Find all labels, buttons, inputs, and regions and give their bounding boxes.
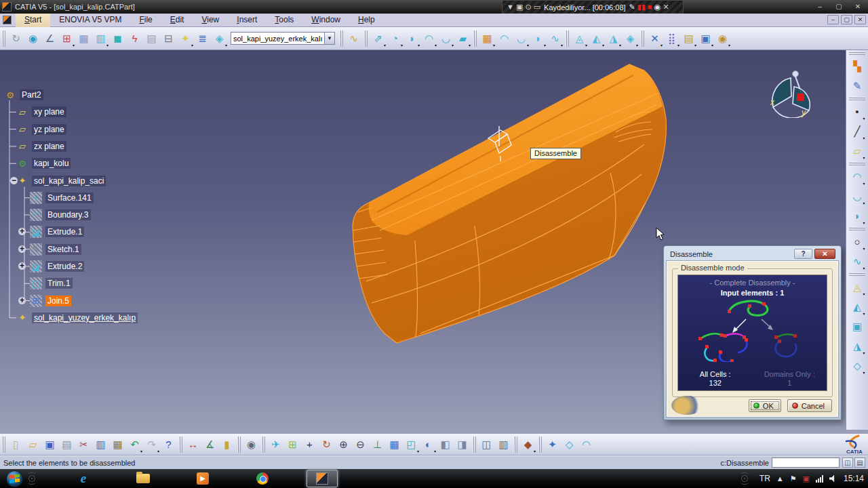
tree-item-boundary-3[interactable]: ◠Boundary.3 <box>0 209 91 221</box>
tree-item-label[interactable]: Surface.141 <box>45 192 94 203</box>
tree-item-label[interactable]: sol_kapi_yuzey_erkek_kalıp <box>32 312 138 323</box>
dialog-help-button[interactable]: ? <box>794 249 812 259</box>
toolbar-handle[interactable] <box>473 436 476 453</box>
power-input-field[interactable] <box>772 458 840 468</box>
projection-icon[interactable]: ▦▾ <box>479 30 495 47</box>
toolbar-handle[interactable] <box>364 30 368 47</box>
combine-icon[interactable]: ◠ <box>496 30 512 47</box>
multi-section-icon[interactable]: ◡▾ <box>850 188 865 205</box>
recorder-zoom-icon[interactable]: ⊙ <box>525 3 531 11</box>
language-indicator[interactable]: TR <box>760 474 770 483</box>
revolve-surface-icon[interactable]: ◔▾ <box>387 30 403 47</box>
tree-item-label[interactable]: yz plane <box>32 124 66 135</box>
shape-icon[interactable]: ◈▾ <box>212 30 227 47</box>
tree-item-label[interactable]: zx plane <box>32 141 66 152</box>
menu-edit[interactable]: Edit <box>161 14 193 27</box>
dialog-title-bar[interactable]: Disassemble ? ✕ <box>667 247 838 261</box>
restore-icon[interactable]: ▢ <box>831 1 846 12</box>
blend-surface-icon[interactable]: ▰▾ <box>455 30 471 47</box>
curve-smooth-icon[interactable]: ◮▾ <box>606 30 621 47</box>
open-icon[interactable]: ▱ <box>25 436 41 453</box>
recorder-stop-icon[interactable]: ■ <box>648 3 652 11</box>
working-set-input[interactable] <box>231 32 324 45</box>
toolbar-handle[interactable] <box>340 30 343 47</box>
ok-button[interactable]: OK <box>749 399 781 412</box>
minimize-icon[interactable]: – <box>812 1 827 12</box>
dialog-close-button[interactable]: ✕ <box>814 249 835 259</box>
post-it-icon[interactable]: ✦▾ <box>178 30 193 47</box>
tree-expander-icon[interactable]: + <box>18 297 26 304</box>
tree-item-label[interactable]: Extrude.2 <box>45 261 84 272</box>
cancel-button[interactable]: Cancel <box>787 399 832 412</box>
line-icon[interactable]: ╱▾ <box>850 123 865 140</box>
3d-viewport[interactable]: ⚙Part2▱xy plane▱yz plane▱zx plane⚙kapı_k… <box>0 50 846 434</box>
fit-all-icon[interactable]: ⊞ <box>285 436 300 453</box>
tree-expand-icon[interactable]: ⊟ <box>161 30 176 47</box>
sweep-surface-icon[interactable]: ◠▾ <box>421 30 437 47</box>
part-design-icon[interactable]: ▚ <box>850 58 865 75</box>
clock[interactable]: 15:14 <box>844 474 864 483</box>
toolbar-handle[interactable] <box>262 436 265 453</box>
start-button[interactable] <box>6 470 23 487</box>
toolbar-handle[interactable] <box>179 436 182 453</box>
recorder-camera-icon[interactable]: ◉ <box>654 3 661 11</box>
toolbar-handle[interactable] <box>849 272 865 276</box>
mdi-minimize-icon[interactable]: – <box>827 15 839 24</box>
toolbar-handle[interactable] <box>641 30 644 47</box>
tree-item-sol-kapi-yuzey-erkek-kal-p[interactable]: ✦sol_kapi_yuzey_erkek_kalıp <box>0 312 138 324</box>
grid-icon[interactable]: ▦ <box>76 30 92 47</box>
recorder-draw-icon[interactable]: ✎ <box>629 3 635 11</box>
quick-view-icon[interactable]: ◧ <box>437 436 453 453</box>
recorder-pause-icon[interactable]: ▮▮ <box>637 3 646 11</box>
plane-icon[interactable]: ▱▾ <box>850 142 865 159</box>
all-cells-stat[interactable]: All Cells : 132 <box>678 370 753 388</box>
split-icon[interactable]: ◮▾ <box>850 338 865 354</box>
taskbar-app-catia[interactable] <box>307 470 338 487</box>
copy-geometry-icon[interactable]: ▤▾ <box>681 30 696 47</box>
curvature-analysis-icon[interactable]: ◠ <box>578 436 594 453</box>
blend-icon[interactable]: ◗▾ <box>850 207 865 224</box>
save-icon[interactable]: ▣ <box>42 436 58 453</box>
network-icon[interactable] <box>816 475 823 483</box>
menu-view[interactable]: View <box>193 14 228 27</box>
extract-surface-icon[interactable]: ▣ <box>850 318 865 335</box>
toolbar-handle[interactable] <box>566 30 569 47</box>
close-icon[interactable]: ✕ <box>850 1 865 12</box>
tree-item-join-5[interactable]: +⊞Join.5 <box>0 295 71 307</box>
tree-expander-icon[interactable]: + <box>18 262 26 270</box>
work-on-support-icon[interactable]: ▥▾ <box>93 30 108 47</box>
menu-help[interactable]: Help <box>349 14 384 27</box>
combo-dropdown-icon[interactable]: ▼ <box>324 32 335 45</box>
door-part-model[interactable] <box>339 54 685 359</box>
tree-item-kap-kolu[interactable]: ⚙kapı_kolu <box>0 157 71 169</box>
fill-surface-icon[interactable]: ◡▾ <box>438 30 454 47</box>
extract-icon[interactable]: ◈▾ <box>623 30 638 47</box>
point-icon[interactable]: •▾ <box>850 103 865 120</box>
power-copy-icon[interactable]: ▣▾ <box>698 30 713 47</box>
join-icon[interactable]: ◬▾ <box>572 30 587 47</box>
list-icon[interactable]: ≣ <box>195 30 210 47</box>
tree-expander-icon[interactable]: + <box>18 228 26 235</box>
recorder-window-icon[interactable]: ▣ <box>516 3 523 11</box>
conic-icon[interactable]: ◗▾ <box>530 30 546 47</box>
tree-item-zx-plane[interactable]: ▱zx plane <box>0 140 66 152</box>
tree-item-sol-kapi-kalip-saci[interactable]: −✦sol_kapi_kalip_saci <box>0 175 106 187</box>
menu-enovia-v5-vpm[interactable]: ENOVIA V5 VPM <box>50 14 130 27</box>
healing-icon[interactable]: ◭▾ <box>589 30 604 47</box>
tree-item-extrude-1[interactable]: +◪Extrude.1 <box>0 226 84 238</box>
tree-item-sketch-1[interactable]: +✎Sketch.1 <box>0 243 81 256</box>
toolbar-handle[interactable] <box>849 97 865 100</box>
taskbar-app-chrome[interactable] <box>247 470 278 487</box>
spline-analysis-icon[interactable]: ∿ <box>346 30 361 47</box>
disassemble-dialog[interactable]: Disassemble ? ✕ Disassemble mode - Compl… <box>663 245 842 420</box>
section-view-icon[interactable]: ▥ <box>496 436 511 453</box>
working-set-combo[interactable]: ▼ <box>231 32 335 45</box>
zoom-in-icon[interactable]: ⊕ <box>336 436 351 453</box>
update-icon[interactable]: ↻ <box>8 30 24 47</box>
new-icon[interactable]: ▯ <box>8 436 24 453</box>
tree-item-label[interactable]: Part2 <box>20 89 43 100</box>
multi-view-icon[interactable]: ▦ <box>387 436 402 453</box>
toolbar-handle[interactable] <box>849 162 865 165</box>
toolbar-handle[interactable] <box>538 436 542 453</box>
reflect-line-icon[interactable]: ◡▾ <box>513 30 529 47</box>
